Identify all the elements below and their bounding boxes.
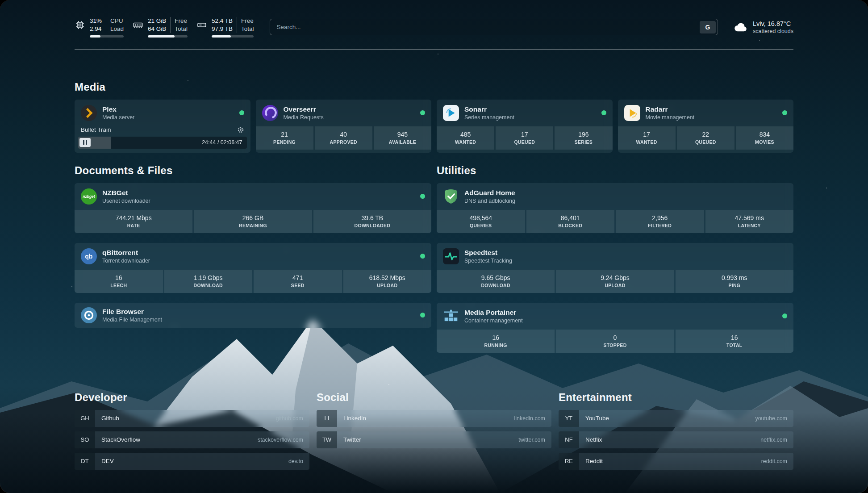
disk-free-value: 52.4 TB (212, 17, 233, 25)
bookmark-url: reddit.com (761, 458, 787, 464)
service-card-adguard[interactable]: AdGuard Home DNS and adblocking 498,564 … (437, 183, 793, 233)
stat-value: 22 (679, 131, 733, 138)
settings-gear-icon[interactable] (237, 126, 244, 134)
topbar-divider (75, 49, 793, 50)
bookmark-github[interactable]: GH Github github.com (75, 410, 309, 427)
service-card-overseerr[interactable]: Overseerr Media Requests 21 PENDING 40 A… (256, 100, 432, 153)
service-description: Speedtest Tracking (464, 258, 512, 264)
stat-value: 47.569 ms (707, 214, 792, 221)
stat-label: UPLOAD (345, 283, 430, 288)
service-description: Container management (464, 318, 523, 324)
plex-icon (81, 105, 97, 121)
stat-value: 834 (738, 131, 792, 138)
stat-value: 16 (677, 334, 792, 341)
bookmark-name: Github (101, 415, 119, 422)
top-bar: 31% 2.94 CPU Load (75, 17, 793, 38)
pause-icon[interactable] (79, 138, 91, 147)
search-bar[interactable]: G (270, 19, 718, 35)
stat-value: 17 (497, 131, 551, 138)
service-card-speedtest[interactable]: Speedtest Speedtest Tracking 9.65 Gbps D… (437, 243, 793, 293)
stat-label: WANTED (438, 139, 492, 145)
portainer-icon (443, 308, 459, 324)
bookmark-twitter[interactable]: TW Twitter twitter.com (317, 431, 551, 448)
stat-label: SERIES (556, 139, 610, 145)
weather-condition: scattered clouds (753, 28, 793, 34)
stat-box: 22 QUEUED (677, 126, 734, 150)
service-card-qbittorrent[interactable]: qb qBittorrent Torrent downloader 16 LEE… (75, 243, 431, 293)
stat-label: TOTAL (677, 343, 792, 348)
bookmark-dev[interactable]: DT DEV dev.to (75, 453, 309, 470)
speedtest-icon (443, 248, 459, 264)
stat-label: REMAINING (196, 223, 310, 228)
cpu-usage-value: 31% (90, 17, 102, 25)
status-dot (782, 110, 787, 115)
bookmark-name: Reddit (585, 458, 603, 464)
stat-value: 2,956 (618, 214, 702, 221)
service-title: Radarr (646, 105, 695, 113)
status-dot (601, 110, 606, 115)
stat-label: RUNNING (438, 343, 553, 348)
cpu-usage-label: CPU (110, 17, 124, 25)
service-description: Series management (464, 114, 514, 121)
stat-box: 498,564 QUERIES (437, 210, 525, 233)
svg-text:qb: qb (85, 253, 93, 260)
stat-value: 16 (76, 274, 161, 281)
stat-label: QUEUED (679, 139, 733, 145)
stat-label: LATENCY (707, 223, 792, 228)
bookmark-abbr: YT (559, 410, 579, 427)
stat-value: 0.993 ms (677, 274, 792, 281)
search-input[interactable] (272, 24, 700, 30)
weather-location: Lviv, 16.87°C (753, 20, 793, 27)
cpu-load-value: 2.94 (90, 25, 102, 33)
bookmark-stackoverflow[interactable]: SO StackOverflow stackoverflow.com (75, 431, 309, 448)
memory-free-label: Free (175, 17, 188, 25)
service-description: Usenet downloader (102, 198, 150, 204)
overseerr-icon (262, 105, 278, 121)
stat-box: 618.52 Mbps UPLOAD (343, 270, 432, 293)
bookmark-linkedin[interactable]: LI LinkedIn linkedin.com (317, 410, 551, 427)
stat-label: RATE (76, 223, 191, 228)
bookmark-abbr: LI (317, 410, 337, 427)
status-dot (420, 254, 425, 259)
service-description: Torrent downloader (102, 258, 150, 264)
stat-label: UPLOAD (558, 283, 672, 288)
section-title-documents: Documents & Files (75, 164, 431, 177)
stat-value: 21 (258, 131, 312, 138)
nzbget-icon: nzbget (81, 188, 97, 205)
svg-text:nzbget: nzbget (83, 194, 95, 199)
service-title: Sonarr (464, 105, 514, 113)
stat-label: PING (677, 283, 792, 288)
disk-progress-bar (212, 35, 254, 38)
radarr-icon (624, 105, 640, 121)
bookmark-abbr: RE (559, 453, 579, 470)
service-card-radarr[interactable]: Radarr Movie management 17 WANTED 22 QUE… (618, 100, 794, 153)
playback-progress-bar[interactable]: 24:44 / 02:06:47 (78, 137, 247, 149)
service-title: qBittorrent (102, 249, 150, 257)
bookmark-youtube[interactable]: YT YouTube youtube.com (559, 410, 793, 427)
bookmark-name: LinkedIn (343, 415, 366, 422)
service-card-plex[interactable]: Plex Media server Bullet Train (75, 100, 250, 153)
stat-box: 196 SERIES (555, 126, 612, 150)
section-media: Media Plex Media server (75, 81, 793, 153)
service-card-sonarr[interactable]: Sonarr Series management 485 WANTED 17 Q… (437, 100, 613, 153)
bookmark-reddit[interactable]: RE Reddit reddit.com (559, 453, 793, 470)
stat-value: 16 (438, 334, 553, 341)
stat-value: 39.6 TB (315, 214, 430, 221)
service-card-nzbget[interactable]: nzbget NZBGet Usenet downloader 744.21 M… (75, 183, 431, 233)
service-title: File Browser (102, 308, 162, 316)
dashboard-screen: 31% 2.94 CPU Load (0, 0, 868, 493)
playback-time: 24:44 / 02:06:47 (202, 139, 242, 146)
search-provider-button[interactable]: G (700, 21, 716, 33)
section-title-media: Media (75, 81, 793, 93)
bookmark-netflix[interactable]: NF Netflix netflix.com (559, 431, 793, 448)
stat-label: FILTERED (618, 223, 702, 228)
service-title: Media Portainer (464, 309, 523, 317)
cloud-icon (733, 20, 748, 35)
service-card-filebrowser[interactable]: File Browser Media File Management (75, 303, 431, 328)
stat-box: 471 SEED (254, 270, 342, 293)
stat-value: 40 (317, 131, 371, 138)
stat-label: LEECH (76, 283, 161, 288)
service-card-portainer[interactable]: Media Portainer Container management 16 … (437, 303, 793, 353)
now-playing-title: Bullet Train (81, 126, 111, 133)
bookmark-url: linkedin.com (514, 415, 545, 422)
